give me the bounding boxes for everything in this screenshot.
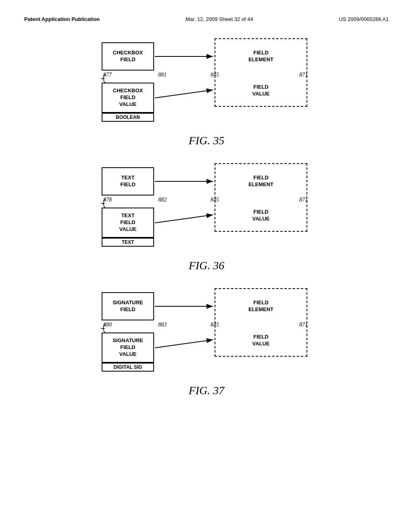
header-left: Patent Application Publication (24, 16, 100, 22)
figure-37-diagram: SIGNATURE FIELD FIELD ELEMENT SIGNATURE … (94, 288, 319, 381)
fig35-label: FIG. 35 (189, 134, 225, 147)
fig36-label: FIG. 36 (189, 259, 225, 272)
header-right: US 2009/0065266 A1 (339, 16, 389, 22)
fig37-label: FIG. 37 (189, 384, 225, 397)
header-center: Mar. 12, 2009 Sheet 32 of 44 (186, 16, 253, 22)
arrows-35 (94, 38, 319, 131)
figure-35-group: CHECKBOX FIELD FIELD ELEMENT CHECKBOX FI… (86, 38, 327, 151)
diagrams: CHECKBOX FIELD FIELD ELEMENT CHECKBOX FI… (24, 38, 389, 413)
page: Patent Application Publication Mar. 12, … (0, 0, 413, 532)
arrows-37 (94, 288, 319, 381)
figure-37-group: SIGNATURE FIELD FIELD ELEMENT SIGNATURE … (86, 288, 327, 401)
figure-35-diagram: CHECKBOX FIELD FIELD ELEMENT CHECKBOX FI… (94, 38, 319, 131)
arrows-36 (94, 163, 319, 256)
svg-line-13 (155, 340, 213, 348)
svg-line-3 (155, 90, 213, 98)
svg-line-8 (155, 215, 213, 223)
header: Patent Application Publication Mar. 12, … (24, 16, 389, 22)
figure-36-diagram: TEXT FIELD FIELD ELEMENT TEXT FIELD VALU… (94, 163, 319, 256)
figure-36-group: TEXT FIELD FIELD ELEMENT TEXT FIELD VALU… (86, 163, 327, 276)
